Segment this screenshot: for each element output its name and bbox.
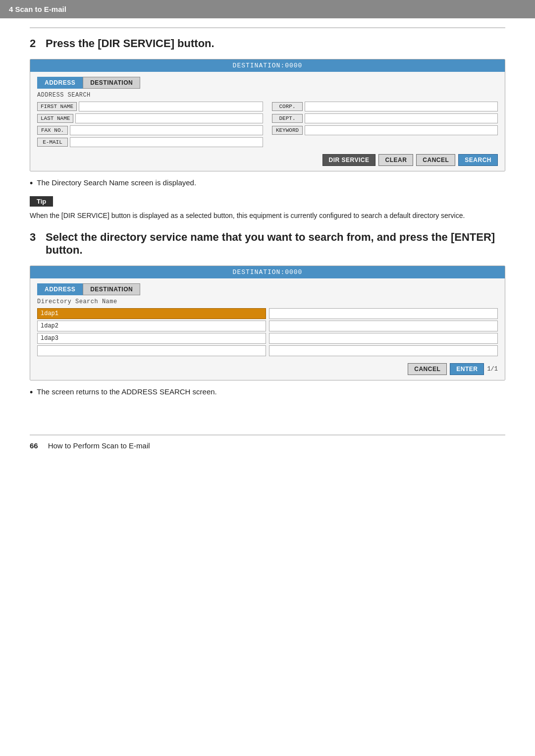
footer-text: How to Perform Scan to E-mail — [48, 441, 150, 450]
dir-row-4 — [37, 345, 498, 356]
button-row-1: DIR SERVICE CLEAR CANCEL SEARCH — [37, 151, 498, 166]
dir-cell-ldap2[interactable]: ldap2 — [37, 321, 266, 331]
bullet-dot-1: • — [30, 178, 33, 189]
tab-destination-2[interactable]: DESTINATION — [83, 283, 140, 295]
tip-text: When the [DIR SERVICE] button is display… — [30, 211, 505, 221]
bullet-text-2: The screen returns to the ADDRESS SEARCH… — [37, 387, 216, 396]
clear-button[interactable]: CLEAR — [378, 154, 413, 166]
step2-title: Press the [DIR SERVICE] button. — [46, 37, 214, 50]
tab-address-2[interactable]: ADDRESS — [37, 283, 83, 295]
label-lastname: LAST NAME — [37, 114, 73, 123]
input-keyword[interactable] — [305, 125, 498, 135]
cancel-button-2[interactable]: CANCEL — [408, 363, 447, 375]
bullet-text-1: The Directory Search Name screen is disp… — [37, 178, 196, 187]
dir-list: ldap1 ldap2 ldap3 — [37, 308, 498, 356]
form-row-corp: CORP. — [272, 102, 498, 111]
tip-label: Tip — [30, 196, 53, 207]
form-row-dept: DEPT. — [272, 113, 498, 123]
search-button[interactable]: SEARCH — [458, 154, 498, 166]
form-row-fax: FAX NO. — [37, 125, 263, 135]
bullet-dot-2: • — [30, 387, 33, 398]
section-label-2: Directory Search Name — [37, 298, 498, 305]
page-indicator: 1/1 — [487, 366, 498, 373]
step2-heading: 2 Press the [DIR SERVICE] button. — [30, 37, 505, 50]
header-label: 4 Scan to E-mail — [9, 5, 66, 13]
bullet-1: • The Directory Search Name screen is di… — [30, 178, 505, 189]
form-row-firstname: FIRST NAME — [37, 102, 263, 111]
cancel-button-1[interactable]: CANCEL — [416, 154, 455, 166]
dir-cell-empty2 — [269, 345, 498, 356]
step3-number: 3 — [30, 231, 40, 244]
label-keyword: KEYWORD — [272, 126, 303, 135]
panel1-body: ADDRESS DESTINATION ADDRESS SEARCH FIRST… — [30, 72, 505, 171]
tab-destination-1[interactable]: DESTINATION — [83, 77, 140, 89]
input-corp[interactable] — [305, 102, 498, 111]
step3-heading: 3 Select the directory service name that… — [30, 231, 505, 257]
input-firstname[interactable] — [79, 102, 263, 111]
label-fax: FAX NO. — [37, 126, 68, 135]
input-email[interactable] — [70, 137, 263, 147]
right-fields: CORP. DEPT. KEYWORD — [272, 102, 498, 147]
step2-number: 2 — [30, 37, 40, 50]
dir-cell-ldap3[interactable]: ldap3 — [37, 333, 266, 344]
input-lastname[interactable] — [75, 113, 263, 123]
tab-row-1: ADDRESS DESTINATION — [37, 77, 498, 89]
button-row-2: CANCEL ENTER 1/1 — [37, 360, 498, 375]
address-search-panel: DESTINATION:0000 ADDRESS DESTINATION ADD… — [30, 59, 505, 171]
dir-row-2: ldap2 — [37, 321, 498, 331]
form-row-keyword: KEYWORD — [272, 125, 498, 135]
section-label-1: ADDRESS SEARCH — [37, 92, 498, 99]
dir-cell-empty1 — [37, 345, 266, 356]
header-bar: 4 Scan to E-mail — [0, 0, 535, 18]
input-fax[interactable] — [70, 125, 263, 135]
dir-cell-ldap1[interactable]: ldap1 — [37, 308, 266, 319]
panel1-title: DESTINATION:0000 — [30, 59, 505, 72]
footer-bar: 66 How to Perform Scan to E-mail — [0, 435, 535, 456]
enter-button[interactable]: ENTER — [450, 363, 484, 375]
label-email: E-MAIL — [37, 138, 68, 147]
dir-search-panel: DESTINATION:0000 ADDRESS DESTINATION Dir… — [30, 266, 505, 380]
main-content: 2 Press the [DIR SERVICE] button. DESTIN… — [0, 28, 535, 434]
label-corp: CORP. — [272, 102, 303, 111]
tab-row-2: ADDRESS DESTINATION — [37, 283, 498, 295]
step3-title: Select the directory service name that y… — [46, 231, 505, 257]
panel2-title: DESTINATION:0000 — [30, 266, 505, 278]
form-row-email: E-MAIL — [37, 137, 263, 147]
dir-cell-ldap1-col2 — [269, 308, 498, 319]
left-fields: FIRST NAME LAST NAME FAX NO. E-MAIL — [37, 102, 263, 147]
dir-row-3: ldap3 — [37, 333, 498, 344]
dir-cell-ldap3-col2 — [269, 333, 498, 344]
label-dept: DEPT. — [272, 114, 303, 123]
search-form: FIRST NAME LAST NAME FAX NO. E-MAIL — [37, 102, 498, 147]
panel2-body: ADDRESS DESTINATION Directory Search Nam… — [30, 278, 505, 380]
dir-service-button[interactable]: DIR SERVICE — [322, 154, 376, 166]
tip-box: Tip When the [DIR SERVICE] button is dis… — [30, 196, 505, 221]
bullet-2: • The screen returns to the ADDRESS SEAR… — [30, 387, 505, 398]
form-row-lastname: LAST NAME — [37, 113, 263, 123]
tab-address-1[interactable]: ADDRESS — [37, 77, 83, 89]
input-dept[interactable] — [305, 113, 498, 123]
dir-cell-ldap2-col2 — [269, 321, 498, 331]
label-firstname: FIRST NAME — [37, 102, 77, 111]
footer-page-number: 66 — [30, 441, 38, 450]
dir-row-1: ldap1 — [37, 308, 498, 319]
